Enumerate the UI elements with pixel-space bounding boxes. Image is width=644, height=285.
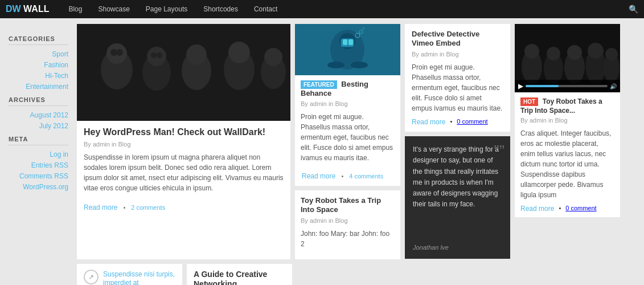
search-icon[interactable]: 🔍 xyxy=(629,5,638,14)
archives-list: August 2012 July 2012 xyxy=(9,111,68,130)
link-content: Suspendisse nisi turpis, imperdiet at xyxy=(103,270,175,285)
svg-point-13 xyxy=(151,52,157,58)
play-button[interactable]: ▶ xyxy=(518,82,523,90)
quote-icon: ”” xyxy=(494,142,504,160)
video-controls[interactable]: ▶ 🔊 xyxy=(515,80,620,92)
hot-badge: HOT xyxy=(520,97,538,106)
progress-fill xyxy=(526,85,559,87)
meta-login[interactable]: Log in xyxy=(50,150,68,158)
featured-read-more[interactable]: Read more xyxy=(302,172,335,180)
nav-blog[interactable]: Blog xyxy=(60,0,90,18)
meta-wordpress[interactable]: WordPress.org xyxy=(23,183,68,191)
main-post-meta: By admin in Blog xyxy=(84,141,284,148)
main-post-footer: Read more • 2 comments xyxy=(77,203,290,217)
col2: FEATURED Besting Behance By admin in Blo… xyxy=(295,24,400,259)
hot-comments[interactable]: 0 comment xyxy=(565,205,596,213)
band-card: ▶ 🔊 HOT Toy Robot Takes a Trip Into Spac… xyxy=(515,24,620,217)
sidebar: CATEGORIES Sport Fashion Hi-Tech Enterta… xyxy=(0,24,74,285)
svg-point-14 xyxy=(157,52,162,58)
meta-comments-rss[interactable]: Comments RSS xyxy=(19,172,68,180)
guide-body: A Guide to Creative Networking xyxy=(187,264,292,285)
logo-wall: WALL xyxy=(21,4,50,14)
main-post-image xyxy=(77,24,290,121)
toyrobot-small-body: Toy Robot Takes a Trip Into Space By adm… xyxy=(295,190,400,259)
nav-showcase[interactable]: Showcase xyxy=(90,0,137,18)
svg-point-12 xyxy=(116,49,123,56)
svg-point-10 xyxy=(264,48,282,66)
sidebar-item-hitech[interactable]: Hi-Tech xyxy=(45,72,68,80)
svg-point-26 xyxy=(351,62,368,68)
featured-comments[interactable]: 4 comments xyxy=(349,173,383,180)
featured-badge: FEATURED xyxy=(301,80,337,89)
defective-read-more[interactable]: Read more xyxy=(412,118,445,126)
svg-point-8 xyxy=(228,42,250,63)
featured-badge-area: FEATURED Besting Behance xyxy=(301,80,395,97)
main-post-title: Hey WordPress Man! Check out WallDark! xyxy=(84,127,284,137)
header: DW WALL Blog Showcase Page Layouts Short… xyxy=(0,0,644,18)
link-icon: ↗ xyxy=(84,270,99,284)
logo-dw: DW xyxy=(6,4,21,14)
svg-point-31 xyxy=(547,47,560,60)
progress-bar[interactable] xyxy=(526,85,608,87)
main-post-comments[interactable]: 2 comments xyxy=(131,204,165,211)
defective-meta: By admin in Blog xyxy=(412,51,503,58)
main-post-read-more[interactable]: Read more xyxy=(84,203,117,211)
hot-post-body: HOT Toy Robot Takes a Trip Into Space...… xyxy=(515,92,620,217)
bottom-row: ↗ Suspendisse nisi turpis, imperdiet at … xyxy=(77,264,641,285)
bullet: • xyxy=(123,204,125,211)
content-area: Hey WordPress Man! Check out WallDark! B… xyxy=(74,24,644,285)
defective-body: Defective Detective Vimeo Embed By admin… xyxy=(405,24,510,132)
link-card: ↗ Suspendisse nisi turpis, imperdiet at xyxy=(77,264,182,285)
featured-meta: By admin in Blog xyxy=(301,100,395,107)
hot-post-text: Cras aliquet. Integer faucibus, eros ac … xyxy=(520,128,614,200)
svg-point-29 xyxy=(524,44,539,59)
main-post-body: Hey WordPress Man! Check out WallDark! B… xyxy=(77,121,290,203)
toyrobot-small-title: Toy Robot Takes a Trip Into Space xyxy=(301,196,395,214)
band-image: ▶ 🔊 xyxy=(515,24,620,92)
quote-author: Jonathan Ive xyxy=(413,244,502,251)
nav-contact[interactable]: Contact xyxy=(246,0,285,18)
sidebar-item-fashion[interactable]: Fashion xyxy=(44,61,68,69)
link-card-text[interactable]: Suspendisse nisi turpis, imperdiet at xyxy=(103,270,175,285)
quote-text: It's a very strange thing for a designer… xyxy=(413,144,502,239)
volume-button[interactable]: 🔊 xyxy=(610,83,617,89)
logo[interactable]: DW WALL xyxy=(6,4,49,14)
categories-list: Sport Fashion Hi-Tech Entertainment xyxy=(9,50,68,91)
featured-footer: Read more • 4 comments xyxy=(295,172,400,186)
defective-post: Defective Detective Vimeo Embed By admin… xyxy=(405,24,510,132)
svg-rect-20 xyxy=(348,39,353,45)
meta-entries-rss[interactable]: Entries RSS xyxy=(31,161,68,169)
svg-point-35 xyxy=(588,43,604,59)
archives-title: ARCHIVES xyxy=(9,96,68,106)
sidebar-item-sport[interactable]: Sport xyxy=(52,50,68,58)
col4: ▶ 🔊 HOT Toy Robot Takes a Trip Into Spac… xyxy=(515,24,620,259)
featured-post-body: FEATURED Besting Behance By admin in Blo… xyxy=(295,75,400,172)
toyrobot-small-meta: By admin in Blog xyxy=(301,217,395,224)
featured-text: Proin eget mi augue. Phasellus massa ort… xyxy=(301,112,395,163)
hot-badge-area: HOT Toy Robot Takes a Trip Into Space... xyxy=(520,97,614,115)
sidebar-item-entertainment[interactable]: Entertainment xyxy=(26,83,68,91)
toyrobot-small: Toy Robot Takes a Trip Into Space By adm… xyxy=(295,190,400,259)
svg-point-33 xyxy=(567,45,582,60)
svg-point-37 xyxy=(605,48,618,60)
sidebar-archive-jul[interactable]: July 2012 xyxy=(39,122,68,130)
defective-title: Defective Detective Vimeo Embed xyxy=(412,30,503,47)
nav-shortcodes[interactable]: Shortcodes xyxy=(195,0,246,18)
featured-post: FEATURED Besting Behance By admin in Blo… xyxy=(295,24,400,186)
sidebar-archive-aug[interactable]: August 2012 xyxy=(30,111,68,119)
meta-title: META xyxy=(9,136,68,145)
hot-read-more[interactable]: Read more xyxy=(520,205,554,213)
bullet: • xyxy=(341,173,343,180)
hot-post-footer: Read more • 0 comment xyxy=(520,205,614,213)
svg-point-25 xyxy=(327,62,344,68)
svg-point-6 xyxy=(186,44,207,65)
defective-comments[interactable]: 0 comment xyxy=(457,118,487,126)
nav-page-layouts[interactable]: Page Layouts xyxy=(138,0,195,18)
guide-title: A Guide to Creative Networking xyxy=(194,270,285,285)
svg-rect-19 xyxy=(343,39,347,45)
quote-card: ”” It's a very strange thing for a desig… xyxy=(405,136,510,259)
featured-post-image xyxy=(295,24,400,75)
defective-text: Proin eget mi augue. Phasellus massa ort… xyxy=(412,62,503,113)
hot-post-meta: By admin in Blog xyxy=(520,117,614,124)
svg-point-4 xyxy=(147,47,166,66)
